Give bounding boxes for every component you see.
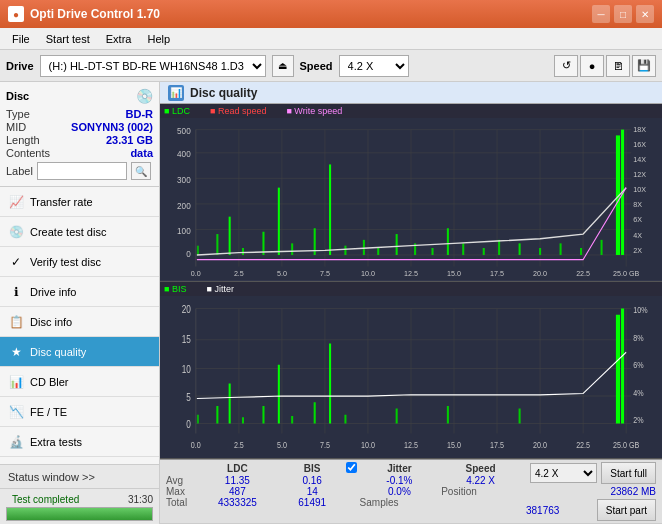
jitter-checkbox[interactable] [346,462,357,473]
svg-text:100: 100 [177,226,191,237]
disc-label-input[interactable] [37,162,127,180]
upper-chart-area: 500 400 300 200 100 0 18X 16X 14X 12X 10… [160,118,662,281]
disc-info-icon: 📋 [8,314,24,330]
status-window-button[interactable]: Status window >> [0,465,159,489]
svg-rect-36 [498,240,500,255]
svg-rect-98 [447,406,449,424]
menu-start-test[interactable]: Start test [38,31,98,47]
svg-rect-40 [580,248,582,255]
svg-rect-26 [329,164,331,255]
svg-text:6X: 6X [633,215,642,225]
eject-button[interactable]: ⏏ [272,55,294,77]
avg-speed: 4.22 X [439,475,522,486]
svg-rect-87 [197,414,199,423]
verify-test-disc-icon: ✓ [8,254,24,270]
sidebar-item-extra-tests[interactable]: 🔬 Extra tests [0,427,159,457]
status-text: Test completed [6,493,85,506]
chart-icon: 📊 [168,85,184,101]
svg-rect-29 [377,248,379,255]
extra-tests-label: Extra tests [30,436,82,448]
app-title: Opti Drive Control 1.70 [30,7,592,21]
svg-text:10.0: 10.0 [361,440,375,450]
type-label: Type [6,108,30,120]
svg-text:12X: 12X [633,170,646,180]
avg-ldc: 11.35 [196,475,279,486]
menu-file[interactable]: File [4,31,38,47]
svg-text:2.5: 2.5 [234,440,244,450]
extra-tests-icon: 🔬 [8,434,24,450]
menubar: File Start test Extra Help [0,28,662,50]
svg-text:15: 15 [182,334,191,345]
svg-rect-95 [329,343,331,423]
toolbar-btn-2[interactable]: ● [580,55,604,77]
svg-rect-88 [216,406,218,424]
disc-quality-icon: ★ [8,344,24,360]
main-layout: Disc 💿 Type BD-R MID SONYNN3 (002) Lengt… [0,82,662,524]
drive-select[interactable]: (H:) HL-DT-ST BD-RE WH16NS48 1.D3 [40,55,266,77]
sidebar-item-drive-info[interactable]: ℹ Drive info [0,277,159,307]
disc-label-key: Label [6,165,33,177]
svg-rect-99 [519,408,521,423]
speed-select[interactable]: 4.2 X8 X16 X [339,55,409,77]
svg-rect-39 [560,243,562,255]
drivebar: Drive (H:) HL-DT-ST BD-RE WH16NS48 1.D3 … [0,50,662,82]
svg-text:5.0: 5.0 [277,268,287,278]
minimize-button[interactable]: ─ [592,5,610,23]
disc-panel-title: Disc [6,90,29,102]
sidebar-item-create-test-disc[interactable]: 💿 Create test disc [0,217,159,247]
stats-controls: LDC BIS Jitter Speed Avg 11.35 0.16 -0.1 [160,459,662,524]
titlebar: ● Opti Drive Control 1.70 ─ □ ✕ [0,0,662,28]
sidebar-item-fe-te[interactable]: 📉 FE / TE [0,397,159,427]
svg-text:22.5: 22.5 [576,440,590,450]
sidebar-item-disc-quality[interactable]: ★ Disc quality [0,337,159,367]
upper-chart-legend: ■ LDC ■ Read speed ■ Write speed [160,104,662,118]
drive-info-icon: ℹ [8,284,24,300]
cd-bler-label: CD Bler [30,376,69,388]
svg-text:12.5: 12.5 [404,268,418,278]
close-button[interactable]: ✕ [636,5,654,23]
status-time: 31:30 [128,494,153,505]
length-value: 23.31 GB [106,134,153,146]
position-value: 23862 MB [610,486,656,497]
fe-te-label: FE / TE [30,406,67,418]
menu-help[interactable]: Help [139,31,178,47]
svg-text:15.0: 15.0 [447,268,461,278]
maximize-button[interactable]: □ [614,5,632,23]
sidebar-item-cd-bler[interactable]: 📊 CD Bler [0,367,159,397]
right-controls: 4.2 X8 X16 X Start full 23862 MB 381763 … [526,462,656,521]
toolbar-btn-save[interactable]: 💾 [632,55,656,77]
speed-col-header: Speed [439,462,522,475]
sidebar-item-verify-test-disc[interactable]: ✓ Verify test disc [0,247,159,277]
total-bis: 61491 [279,497,346,508]
svg-rect-18 [197,246,199,255]
svg-rect-101 [621,308,624,423]
svg-text:25.0 GB: 25.0 GB [613,440,639,450]
start-full-button[interactable]: Start full [601,462,656,484]
start-part-button[interactable]: Start part [597,499,656,521]
length-label: Length [6,134,40,146]
svg-rect-19 [216,234,218,255]
svg-rect-96 [344,414,346,423]
svg-text:5: 5 [186,392,191,403]
sidebar-item-transfer-rate[interactable]: 📈 Transfer rate [0,187,159,217]
svg-text:0.0: 0.0 [191,268,201,278]
menu-extra[interactable]: Extra [98,31,140,47]
lower-chart-legend: ■ BIS ■ Jitter [160,282,662,296]
toolbar-btn-3[interactable]: 🖹 [606,55,630,77]
disc-label-button[interactable]: 🔍 [131,162,151,180]
svg-rect-94 [314,402,316,423]
svg-text:6%: 6% [633,360,643,370]
svg-text:10: 10 [182,364,191,375]
svg-text:2%: 2% [633,415,643,425]
svg-text:12.5: 12.5 [404,440,418,450]
svg-text:17.5: 17.5 [490,440,504,450]
toolbar-btn-1[interactable]: ↺ [554,55,578,77]
svg-rect-100 [616,314,620,423]
sidebar-item-disc-info[interactable]: 📋 Disc info [0,307,159,337]
disc-quality-label: Disc quality [30,346,86,358]
speed-select-bottom[interactable]: 4.2 X8 X16 X [530,463,597,483]
progress-bar-fill [7,508,152,520]
jitter-legend-item: ■ Jitter [206,284,233,294]
svg-text:200: 200 [177,200,191,211]
svg-text:2.5: 2.5 [234,268,244,278]
